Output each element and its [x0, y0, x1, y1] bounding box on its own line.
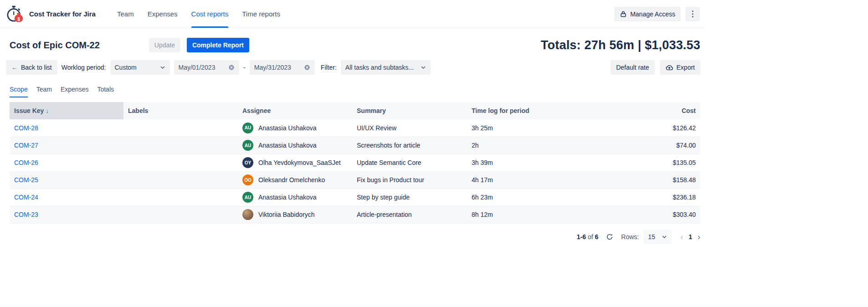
column-header-labels[interactable]: Labels [123, 102, 238, 119]
issue-key-link[interactable]: COM-25 [14, 176, 38, 184]
issue-key-link[interactable]: COM-24 [14, 194, 38, 201]
summary-cell: Fix bugs in Product tour [352, 171, 467, 189]
table-row[interactable]: COM-28 AU Anastasia Ushakova UI/UX Revie… [10, 119, 700, 137]
assignee-name: Oleksandr Omelchenko [258, 176, 325, 184]
column-header-cost[interactable]: Cost [581, 102, 700, 119]
cost-cell: $74.00 [581, 137, 700, 154]
back-to-list-label: Back to list [21, 64, 52, 71]
back-to-list-button[interactable]: ← Back to list [6, 60, 57, 75]
worklog-period-value: Custom [115, 64, 137, 71]
vertical-ellipsis-icon: ⋮ [689, 9, 697, 19]
page-title: Cost of Epic COM-22 [10, 40, 100, 51]
table-row[interactable]: COM-25 OO Oleksandr Omelchenko Fix bugs … [10, 171, 700, 189]
cloud-export-icon [665, 64, 673, 71]
default-rate-button[interactable]: Default rate [611, 60, 654, 75]
rows-per-page-group: Rows: 15 [621, 230, 672, 244]
top-nav-item-label: Cost reports [191, 10, 229, 18]
toolbar-right-actions: Default rate Export [611, 60, 700, 75]
assignee-avatar: AU [242, 140, 253, 151]
lock-icon [620, 10, 627, 18]
task-filter-value: All tasks and subtasks... [345, 64, 414, 71]
more-options-button[interactable]: ⋮ [685, 7, 700, 21]
current-page-number[interactable]: 1 [688, 233, 692, 240]
column-header-summary[interactable]: Summary [352, 102, 467, 119]
top-nav-item-label: Team [117, 10, 134, 18]
top-nav-item-cost-reports[interactable]: Cost reports [185, 0, 236, 28]
date-from-input[interactable]: May/01/2023 [174, 60, 239, 75]
labels-cell [123, 206, 238, 223]
filter-toolbar: ← Back to list Worklog period: Custom Ma… [6, 60, 700, 75]
rows-per-page-select[interactable]: 15 [643, 230, 672, 244]
previous-page-icon[interactable]: ‹ [680, 233, 683, 241]
top-nav-item-expenses[interactable]: Expenses [141, 0, 185, 28]
task-filter-select[interactable]: All tasks and subtasks... [341, 60, 431, 75]
report-title-row: Cost of Epic COM-22 Update Complete Repo… [10, 38, 700, 52]
assignee-avatar: AU [242, 192, 253, 203]
time-log-cell: 2h [467, 137, 581, 154]
subtab-expenses[interactable]: Expenses [61, 86, 88, 97]
summary-cell: Step by step guide [352, 189, 467, 206]
issue-key-link[interactable]: COM-27 [14, 142, 38, 149]
clear-date-from-icon[interactable] [228, 64, 235, 71]
worklog-period-select[interactable]: Custom [110, 60, 170, 75]
top-nav-item-time-reports[interactable]: Time reports [235, 0, 287, 28]
table-row[interactable]: COM-24 AU Anastasia Ushakova Step by ste… [10, 189, 700, 206]
top-nav: Team Expenses Cost reports Time reports [110, 0, 287, 28]
cost-cell: $126.42 [581, 119, 700, 137]
assignee-name: Anastasia Ushakova [258, 124, 317, 132]
worklog-period-label: Worklog period: [62, 64, 106, 71]
chevron-down-icon [421, 65, 426, 70]
refresh-icon [606, 233, 613, 240]
table-row[interactable]: COM-27 AU Anastasia Ushakova Screenshots… [10, 137, 700, 154]
table-row[interactable]: COM-26 OY Olha Yevdokymova_SaaSJet Updat… [10, 154, 700, 171]
report-actions: Update Complete Report [149, 38, 249, 52]
subtab-totals[interactable]: Totals [97, 86, 114, 97]
assignee-avatar: OO [242, 174, 253, 185]
issue-key-link[interactable]: COM-28 [14, 124, 38, 132]
update-button[interactable]: Update [149, 38, 180, 52]
assignee-name: Viktoriia Babidorych [258, 211, 314, 218]
labels-cell [123, 119, 238, 137]
assignee-avatar: OY [242, 157, 253, 168]
chevron-down-icon [160, 65, 165, 70]
app-title: Cost Tracker for Jira [29, 10, 96, 18]
column-header-time-log[interactable]: Time log for period [467, 102, 581, 119]
app-header: $ Cost Tracker for Jira Team Expenses Co… [0, 0, 705, 28]
cost-cell: $135.05 [581, 154, 700, 171]
column-header-issue-key[interactable]: Issue Key↓ [10, 102, 123, 119]
app-brand: $ Cost Tracker for Jira [5, 0, 110, 28]
subtab-scope[interactable]: Scope [10, 86, 28, 97]
issue-key-link[interactable]: COM-26 [14, 159, 38, 166]
column-header-assignee[interactable]: Assignee [238, 102, 352, 119]
clear-date-to-icon[interactable] [304, 64, 310, 71]
svg-text:$: $ [17, 17, 20, 22]
labels-cell [123, 154, 238, 171]
manage-access-label: Manage Access [630, 10, 675, 18]
assignee-name: Anastasia Ushakova [258, 194, 317, 201]
date-to-input[interactable]: May/31/2023 [250, 60, 315, 75]
export-button[interactable]: Export [660, 60, 700, 75]
assignee-name: Anastasia Ushakova [258, 142, 317, 149]
assignee-avatar: AU [242, 123, 253, 133]
time-log-cell: 3h 39m [467, 154, 581, 171]
filter-label: Filter: [321, 64, 337, 71]
next-page-icon[interactable]: › [698, 233, 700, 241]
app-shell: $ Cost Tracker for Jira Team Expenses Co… [0, 0, 705, 244]
time-log-cell: 8h 12m [467, 206, 581, 223]
row-range-text: 1-6 of 6 [577, 233, 599, 240]
subtab-team[interactable]: Team [36, 86, 52, 97]
export-label: Export [677, 64, 695, 71]
table-row[interactable]: COM-23 Viktoriia Babidorych Article-pres… [10, 206, 700, 223]
back-arrow-icon: ← [11, 64, 18, 71]
time-log-cell: 3h 25m [467, 119, 581, 137]
issue-key-link[interactable]: COM-23 [14, 211, 38, 218]
manage-access-button[interactable]: Manage Access [614, 7, 681, 21]
refresh-button[interactable] [605, 232, 614, 241]
top-nav-item-team[interactable]: Team [110, 0, 141, 28]
cost-cell: $303.40 [581, 206, 700, 223]
rows-per-page-value: 15 [648, 233, 655, 240]
assignee-avatar [242, 209, 253, 220]
complete-report-button[interactable]: Complete Report [187, 38, 249, 52]
app-logo-icon: $ [5, 4, 25, 24]
table-header: Issue Key↓ Labels Assignee Summary Time … [10, 102, 700, 119]
